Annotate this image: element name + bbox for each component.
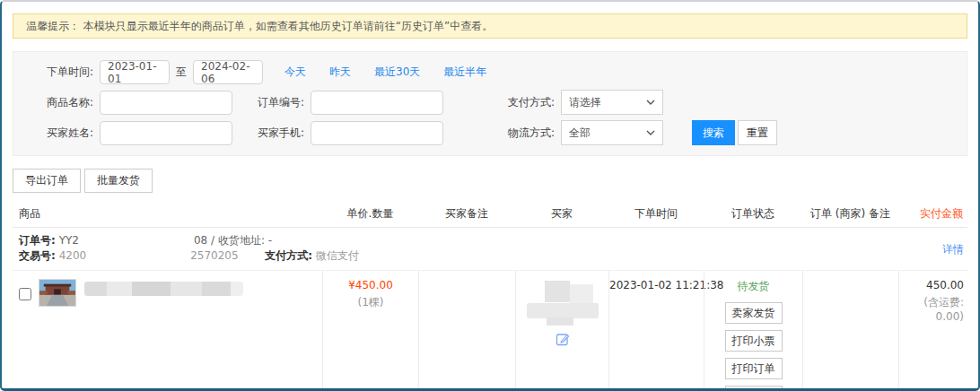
pay-method-value: 微信支付 [316,249,359,262]
buyer-name-redacted [527,281,599,326]
order-number-line: 订单号: YY208 / 收货地址: - [19,233,960,248]
col-header-seller-note: 订单 (商家) 备注 [802,206,898,222]
notice-banner: 温馨提示： 本模块只显示最近半年的商品订单，如需查看其他历史订单请前往“历史订单… [13,13,967,39]
buyer-phone-input[interactable] [311,121,443,145]
trade-no-prefix: 4200 [59,249,87,262]
product-name-input[interactable] [100,91,232,115]
order-no-prefix: YY2 [59,234,79,247]
unit-price: ¥450.00 [323,279,418,291]
reset-button[interactable]: 重置 [738,120,777,145]
notice-text: 温馨提示： 本模块只显示最近半年的商品订单，如需查看其他历史订单请前往“历史订单… [26,19,493,34]
chevron-down-icon [646,98,655,107]
order-no-suffix: 08 [194,234,207,247]
buyer-cell [515,271,608,391]
table-header-row: 商品 单价.数量 买家备注 买家 下单时间 订单状态 订单 (商家) 备注 实付… [13,200,967,228]
pay-method-value: 请选择 [569,95,601,110]
order-no-label: 订单号: [19,234,56,247]
shipping-method-label: 物流方式: [494,126,561,141]
seller-ship-button[interactable]: 卖家发货 [725,302,783,324]
date-from-input[interactable]: 2023-01-01 [100,60,170,84]
quick-link-yesterday[interactable]: 昨天 [329,65,351,80]
price-qty-cell: ¥450.00 (1棵) [322,271,418,391]
export-orders-button[interactable]: 导出订单 [13,169,81,193]
product-cell [13,271,322,391]
select-order-checkbox[interactable] [19,288,31,300]
status-badge: 待发货 [738,279,770,294]
trade-no-label: 交易号: [19,249,56,262]
order-no-label: 订单编号: [251,95,311,110]
paid-amount-cell: 450.00 (含运费: 0.00) [898,271,967,391]
date-from-value: 2023-01-01 [108,60,169,85]
shipping-method-select[interactable]: 全部 [561,120,663,145]
search-button[interactable]: 搜索 [692,120,735,145]
quantity: (1棵) [323,295,418,310]
quick-link-last-half-year[interactable]: 最近半年 [443,65,486,80]
col-header-order-time: 下单时间 [608,206,704,222]
pay-method-label: 支付方式: [494,95,561,110]
pay-method-select[interactable]: 请选择 [561,90,663,115]
date-to-separator: 至 [176,65,187,80]
order-note-button[interactable]: 订单备注 [725,386,783,391]
print-receipt-button[interactable]: 打印小票 [725,330,783,352]
freight-note: (含运费: 0.00) [899,295,964,323]
order-no-input[interactable] [311,91,443,115]
paid-amount: 450.00 [899,279,964,291]
pay-method-label: 支付方式: [265,249,312,262]
buyer-name-label: 买家姓名: [13,126,100,141]
trade-no-suffix: 2570205 [190,249,238,262]
order-status-cell: 待发货 卖家发货 打印小票 打印订单 订单备注 [704,271,802,391]
order-toolbar: 导出订单 批量发货 [13,169,967,193]
filter-row-2: 商品名称: 订单编号: 支付方式: 请选择 [13,90,967,115]
order-management-page: 温馨提示： 本模块只显示最近半年的商品订单，如需查看其他历史订单请前往“历史订单… [0,0,980,391]
quick-date-links: 今天 昨天 最近30天 最近半年 [284,65,510,80]
quick-link-last30days[interactable]: 最近30天 [374,65,420,80]
col-header-buyer: 买家 [515,206,608,222]
buyer-name-input[interactable] [100,121,232,145]
order-time-label: 下单时间: [13,65,100,80]
order-time-cell: 2023-01-02 11:21:38 [608,271,704,391]
product-thumbnail [39,279,76,307]
col-header-order-status: 订单状态 [704,206,802,222]
filter-row-3: 买家姓名: 买家手机: 物流方式: 全部 搜索 重置 [13,120,967,145]
filter-panel: 下单时间: 2023-01-01 至 2024-02-06 今天 昨天 最近30… [13,51,967,156]
edit-buyer-icon[interactable] [556,332,570,346]
seller-note-cell [802,271,898,391]
address-text: / 收货地址: - [211,234,272,247]
print-order-button[interactable]: 打印订单 [725,358,783,379]
order-info-bar: 订单号: YY208 / 收货地址: - 交易号: 42002570205 支付… [13,228,967,271]
order-detail-link[interactable]: 详情 [942,241,964,256]
col-header-buyer-note: 买家备注 [418,206,515,222]
filter-row-time: 下单时间: 2023-01-01 至 2024-02-06 今天 昨天 最近30… [13,60,967,84]
batch-ship-button[interactable]: 批量发货 [84,169,153,193]
buyer-note-cell [418,271,515,391]
col-header-price-qty: 单价.数量 [322,206,418,222]
trade-number-line: 交易号: 42002570205 支付方式: 微信支付 [19,248,960,264]
quick-link-today[interactable]: 今天 [284,65,306,80]
product-title-redacted [84,282,243,296]
col-header-paid-amount: 实付金额 [898,206,967,222]
product-name-label: 商品名称: [13,95,100,110]
order-item-row: ¥450.00 (1棵) 2023-01-02 11:21:38 [13,271,967,391]
chevron-down-icon [646,128,655,137]
buyer-phone-label: 买家手机: [251,126,311,141]
col-header-product: 商品 [13,206,322,222]
orders-table: 商品 单价.数量 买家备注 买家 下单时间 订单状态 订单 (商家) 备注 实付… [13,200,967,391]
date-to-value: 2024-02-06 [201,60,262,85]
shipping-method-value: 全部 [569,126,591,141]
date-to-input[interactable]: 2024-02-06 [193,60,263,84]
